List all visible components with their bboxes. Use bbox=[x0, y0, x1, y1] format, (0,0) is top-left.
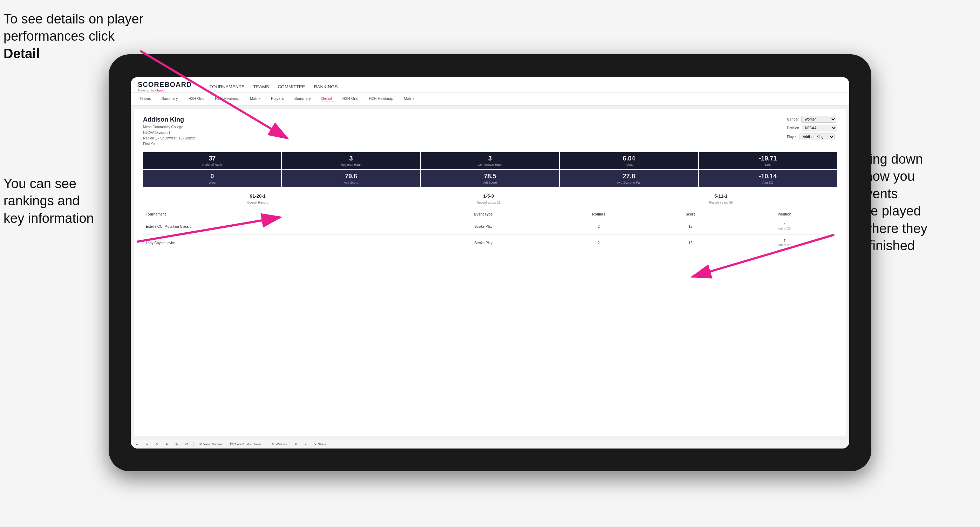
annotation-top-left: To see details on player performances cl… bbox=[3, 11, 144, 62]
timer-button[interactable]: ⏱ bbox=[183, 442, 190, 447]
record-overall-value: 91-20-1 bbox=[247, 194, 268, 199]
player-info: Addison King Mesa Community College NJCA… bbox=[143, 116, 196, 147]
content-panel: Addison King Mesa Community College NJCA… bbox=[134, 109, 846, 436]
view-original-button[interactable]: 👁 View: Original bbox=[197, 442, 224, 447]
sub-nav: Teams Summary H2H Grid H2H Heatmap Matri… bbox=[131, 92, 849, 105]
nav-rankings[interactable]: RANKINGS bbox=[314, 84, 337, 92]
col-event-type: Event Type bbox=[418, 211, 549, 218]
record-top50-label: Record vs top 50 bbox=[709, 201, 733, 204]
event-type-1: Stroke Play bbox=[418, 218, 549, 235]
settings-button[interactable]: ⊖ bbox=[173, 442, 180, 447]
sos-label: SoS bbox=[701, 163, 835, 167]
subnav-teams[interactable]: Teams bbox=[138, 95, 153, 102]
nav-tournaments[interactable]: TOURNAMENTS bbox=[209, 84, 244, 92]
division-select[interactable]: NJCAA I NJCAA II bbox=[802, 125, 837, 132]
nav-items: TOURNAMENTS TEAMS COMMITTEE RANKINGS bbox=[209, 84, 337, 92]
event-type-2: Stroke Play bbox=[418, 235, 549, 251]
table-row: Lady Coyote Invite Stroke Play 2 16 7out… bbox=[143, 235, 837, 251]
refresh-button[interactable]: ⟳ bbox=[154, 442, 160, 447]
record-top50: 5-11-1 Record vs top 50 bbox=[709, 194, 733, 205]
subnav-matrix[interactable]: Matrix bbox=[248, 95, 262, 102]
top-nav: SCOREBOARD Powered by clippd TOURNAMENTS… bbox=[131, 77, 849, 92]
avg-score-value: 79.6 bbox=[283, 173, 418, 180]
stat-points: 6.04 Points bbox=[560, 152, 698, 169]
watch-button[interactable]: 👁 Watch ▾ bbox=[270, 442, 289, 447]
subnav-detail[interactable]: Detail bbox=[320, 95, 334, 102]
col-score: Score bbox=[649, 211, 732, 218]
tablet-screen: SCOREBOARD Powered by clippd TOURNAMENTS… bbox=[131, 77, 849, 449]
adj-score-value: 78.5 bbox=[423, 173, 557, 180]
stats-row1: 37 National Rank 3 Regional Rank 3 Confe… bbox=[143, 152, 837, 169]
wins-label: Wins bbox=[145, 181, 279, 184]
rounds-1: 2 bbox=[548, 218, 649, 235]
national-rank-value: 37 bbox=[145, 155, 279, 162]
stat-adj-score: 78.5 Adj Score bbox=[421, 170, 559, 187]
main-content: Addison King Mesa Community College NJCA… bbox=[131, 105, 849, 440]
rounds-2: 2 bbox=[548, 235, 649, 251]
player-control: Player Addison King bbox=[787, 133, 837, 140]
conference-rank-label: Conference Rank bbox=[423, 163, 557, 167]
tournament-table: Tournament Event Type Rounds Score Posit… bbox=[143, 211, 837, 251]
nav-committee[interactable]: COMMITTEE bbox=[278, 84, 305, 92]
stat-regional-rank: 3 Regional Rank bbox=[282, 152, 420, 169]
player-region: Region 1 - Southwest (18) District bbox=[143, 136, 196, 140]
screen-button[interactable]: 🖥 bbox=[292, 442, 299, 447]
score-2: 16 bbox=[649, 235, 732, 251]
stat-sos: -19.71 SoS bbox=[699, 152, 837, 169]
subnav-h2h-grid[interactable]: H2H Grid bbox=[186, 95, 206, 102]
conference-rank-value: 3 bbox=[423, 155, 557, 162]
toolbar-sep-2 bbox=[266, 442, 266, 447]
stat-wins: 0 Wins bbox=[143, 170, 281, 187]
col-position: Position bbox=[732, 211, 837, 218]
division-control: Division NJCAA I NJCAA II bbox=[787, 125, 837, 132]
nav-teams[interactable]: TEAMS bbox=[253, 84, 269, 92]
player-name: Addison King bbox=[143, 116, 196, 123]
position-2: 7out of 20 bbox=[732, 235, 837, 251]
subnav-matrix2[interactable]: Matrix bbox=[402, 95, 416, 102]
zoom-in-button[interactable]: ⊕ bbox=[164, 442, 170, 447]
share-button[interactable]: ⤨ Share bbox=[312, 442, 328, 447]
undo-button[interactable]: ↩ bbox=[134, 442, 140, 447]
player-header: Addison King Mesa Community College NJCA… bbox=[143, 116, 837, 147]
player-division: NJCAA Division 1 bbox=[143, 131, 170, 135]
wins-value: 0 bbox=[145, 173, 279, 180]
position-1: 4out of 20 bbox=[732, 218, 837, 235]
stat-avg-score: 79.6 Avg Score bbox=[282, 170, 420, 187]
national-rank-label: National Rank bbox=[145, 163, 279, 167]
save-custom-view-button[interactable]: 💾 Save Custom View bbox=[228, 442, 262, 447]
subnav-h2h-heatmap2[interactable]: H2H Heatmap bbox=[368, 95, 395, 102]
redo-button[interactable]: ↪ bbox=[144, 442, 150, 447]
stat-national-rank: 37 National Rank bbox=[143, 152, 281, 169]
stats-row2: 0 Wins 79.6 Avg Score 78.5 Adj Score 27.… bbox=[143, 170, 837, 187]
table-row: Estella CC- Mountain Classic Stroke Play… bbox=[143, 218, 837, 235]
stat-avg-sg: -10.14 Avg SG bbox=[699, 170, 837, 187]
avg-sg-value: -10.14 bbox=[701, 173, 835, 180]
points-value: 6.04 bbox=[562, 155, 696, 162]
regional-rank-value: 3 bbox=[283, 155, 418, 162]
gender-label: Gender bbox=[787, 117, 799, 121]
record-overall-label: Overall Record bbox=[247, 201, 268, 204]
subnav-summary[interactable]: Summary bbox=[159, 95, 180, 102]
record-top25-label: Record vs top 25 bbox=[477, 201, 501, 204]
gender-select[interactable]: Women Men bbox=[801, 116, 836, 123]
annotation-bold: Detail bbox=[3, 46, 40, 61]
points-label: Points bbox=[562, 163, 696, 167]
expand-button[interactable]: ⤢ bbox=[302, 442, 309, 447]
stat-conference-rank: 3 Conference Rank bbox=[421, 152, 559, 169]
logo-scoreboard: SCOREBOARD bbox=[138, 81, 192, 89]
logo-area: SCOREBOARD Powered by clippd bbox=[138, 81, 192, 92]
division-label: Division bbox=[787, 126, 799, 130]
record-overall: 91-20-1 Overall Record bbox=[247, 194, 268, 205]
tournament-name-2: Lady Coyote Invite bbox=[143, 235, 418, 251]
col-rounds: Rounds bbox=[548, 211, 649, 218]
tournament-name-1: Estella CC- Mountain Classic bbox=[143, 218, 418, 235]
subnav-summary2[interactable]: Summary bbox=[293, 95, 313, 102]
subnav-h2h-grid2[interactable]: H2H Grid bbox=[341, 95, 360, 102]
regional-rank-label: Regional Rank bbox=[283, 163, 418, 167]
subnav-h2h-heatmap[interactable]: H2H Heatmap bbox=[213, 95, 241, 102]
player-select[interactable]: Addison King bbox=[800, 133, 835, 140]
subnav-players[interactable]: Players bbox=[269, 95, 286, 102]
sos-value: -19.71 bbox=[701, 155, 835, 162]
player-label: Player bbox=[787, 135, 797, 139]
gender-control: Gender Women Men bbox=[787, 116, 837, 123]
